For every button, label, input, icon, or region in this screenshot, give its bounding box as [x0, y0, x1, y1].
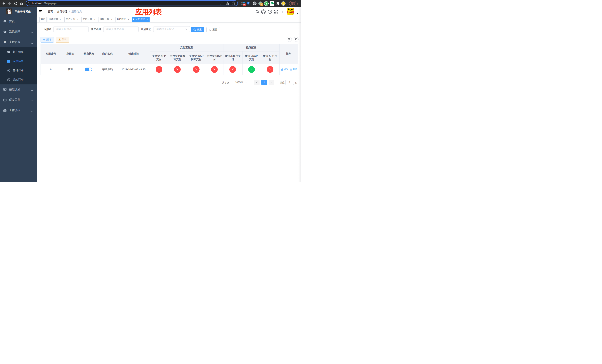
svg-text:¥: ¥	[8, 70, 9, 72]
